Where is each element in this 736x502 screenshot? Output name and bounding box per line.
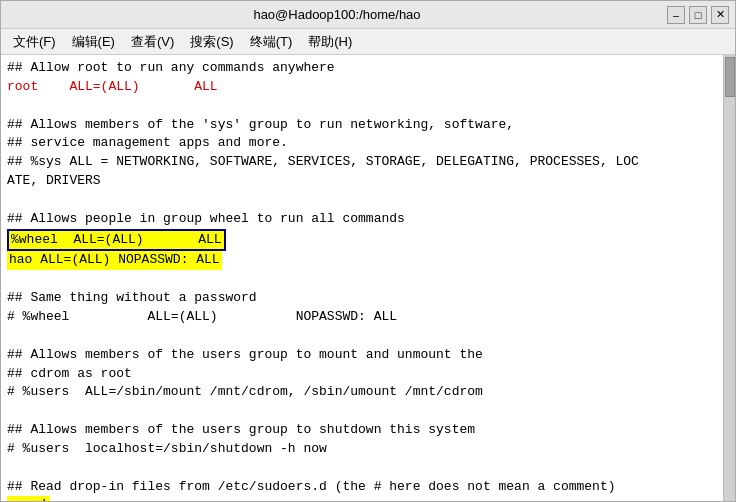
line-18: # %users ALL=/sbin/mount /mnt/cdrom, /sb… xyxy=(7,383,729,402)
line-4: ## Allows members of the 'sys' group to … xyxy=(7,116,729,135)
line-15 xyxy=(7,327,729,346)
line-21: # %users localhost=/sbin/shutdown -h now xyxy=(7,440,729,459)
menu-bar: 文件(F) 编辑(E) 查看(V) 搜索(S) 终端(T) 帮助(H) xyxy=(1,29,735,55)
line-3 xyxy=(7,97,729,116)
line-9: ## Allows people in group wheel to run a… xyxy=(7,210,729,229)
line-2: root ALL=(ALL) ALL xyxy=(7,78,729,97)
menu-search[interactable]: 搜索(S) xyxy=(182,31,241,53)
wheel-line: %wheel ALL=(ALL) ALL xyxy=(7,229,226,252)
vim-command: : wq! xyxy=(7,496,50,501)
terminal-window: hao@Hadoop100:/home/hao – □ ✕ 文件(F) 编辑(E… xyxy=(0,0,736,502)
menu-file[interactable]: 文件(F) xyxy=(5,31,64,53)
terminal-content: ## Allow root to run any commands anywhe… xyxy=(1,55,735,501)
close-button[interactable]: ✕ xyxy=(711,6,729,24)
line-8 xyxy=(7,191,729,210)
line-22 xyxy=(7,459,729,478)
minimize-button[interactable]: – xyxy=(667,6,685,24)
menu-terminal[interactable]: 终端(T) xyxy=(242,31,301,53)
scrollbar-thumb[interactable] xyxy=(725,57,735,97)
menu-edit[interactable]: 编辑(E) xyxy=(64,31,123,53)
line-17: ## cdrom as root xyxy=(7,365,729,384)
menu-help[interactable]: 帮助(H) xyxy=(300,31,360,53)
menu-view[interactable]: 查看(V) xyxy=(123,31,182,53)
line-12 xyxy=(7,270,729,289)
line-10: %wheel ALL=(ALL) ALL xyxy=(7,229,729,252)
maximize-button[interactable]: □ xyxy=(689,6,707,24)
line-19 xyxy=(7,402,729,421)
window-controls[interactable]: – □ ✕ xyxy=(667,6,729,24)
line-20: ## Allows members of the users group to … xyxy=(7,421,729,440)
line-13: ## Same thing without a password xyxy=(7,289,729,308)
line-23: ## Read drop-in files from /etc/sudoers.… xyxy=(7,478,729,497)
line-6: ## %sys ALL = NETWORKING, SOFTWARE, SERV… xyxy=(7,153,729,172)
line-7: ATE, DRIVERS xyxy=(7,172,729,191)
line-16: ## Allows members of the users group to … xyxy=(7,346,729,365)
line-11: hao ALL=(ALL) NOPASSWD: ALL xyxy=(7,251,729,270)
title-bar: hao@Hadoop100:/home/hao – □ ✕ xyxy=(1,1,735,29)
window-title: hao@Hadoop100:/home/hao xyxy=(7,7,667,22)
line-5: ## service management apps and more. xyxy=(7,134,729,153)
hao-line: hao ALL=(ALL) NOPASSWD: ALL xyxy=(7,251,222,270)
line-1: ## Allow root to run any commands anywhe… xyxy=(7,59,729,78)
scrollbar[interactable] xyxy=(723,55,735,501)
line-14: # %wheel ALL=(ALL) NOPASSWD: ALL xyxy=(7,308,729,327)
line-24: : wq! xyxy=(7,496,729,501)
